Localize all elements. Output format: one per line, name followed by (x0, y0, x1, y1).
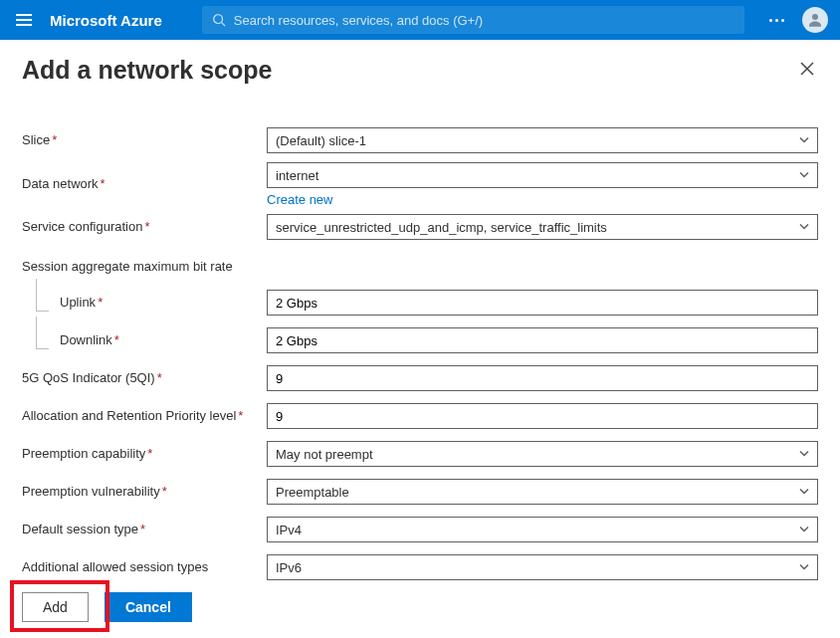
required-star: * (98, 295, 103, 310)
required-star: * (147, 446, 152, 461)
default-session-select[interactable]: IPv4 (267, 517, 818, 542)
chevron-down-icon (799, 447, 809, 462)
uplink-input[interactable] (267, 290, 818, 316)
uplink-label: Uplink (60, 295, 96, 310)
preempt-cap-select[interactable]: May not preempt (267, 441, 818, 467)
default-session-value: IPv4 (276, 523, 302, 537)
downlink-field[interactable] (276, 328, 809, 352)
brand-label: Microsoft Azure (50, 12, 162, 29)
search-box[interactable] (202, 6, 744, 34)
required-star: * (114, 332, 119, 347)
svg-line-1 (221, 23, 225, 27)
downlink-label: Downlink (60, 332, 112, 347)
additional-session-label: Additional allowed session types (22, 559, 208, 574)
qos-field[interactable] (276, 366, 809, 390)
required-star: * (157, 370, 162, 385)
avatar[interactable] (802, 7, 828, 33)
chevron-down-icon (799, 485, 809, 500)
close-button[interactable] (796, 58, 818, 84)
add-button[interactable]: Add (22, 592, 89, 622)
qos-label: 5G QoS Indicator (5QI) (22, 370, 155, 385)
session-agg-label: Session aggregate maximum bit rate (22, 259, 267, 276)
preempt-vuln-label: Preemption vulnerability (22, 484, 160, 499)
slice-value: (Default) slice-1 (276, 133, 366, 148)
additional-session-value: IPv6 (276, 560, 302, 575)
required-star: * (140, 522, 145, 536)
footer: Add Cancel (0, 578, 840, 638)
search-icon (212, 13, 226, 27)
person-icon (806, 11, 824, 29)
service-config-label: Service configuration (22, 219, 142, 234)
svg-point-2 (812, 14, 818, 20)
more-icon[interactable] (769, 19, 784, 22)
create-new-link[interactable]: Create new (267, 192, 332, 207)
additional-session-select[interactable]: IPv6 (267, 554, 818, 580)
data-network-select[interactable]: internet (267, 162, 818, 188)
uplink-field[interactable] (276, 291, 809, 315)
service-config-value: service_unrestricted_udp_and_icmp, servi… (276, 220, 607, 235)
chevron-down-icon (799, 133, 809, 148)
default-session-label: Default session type (22, 522, 138, 536)
chevron-down-icon (799, 220, 809, 235)
slice-label: Slice (22, 132, 50, 147)
required-star: * (238, 408, 243, 423)
chevron-down-icon (799, 560, 809, 575)
required-star: * (144, 219, 149, 234)
downlink-input[interactable] (267, 327, 818, 353)
cancel-button[interactable]: Cancel (105, 592, 192, 622)
arp-input[interactable] (267, 403, 818, 429)
close-icon (800, 62, 814, 76)
data-network-label: Data network (22, 176, 99, 191)
data-network-value: internet (276, 168, 318, 183)
arp-field[interactable] (276, 404, 809, 428)
service-config-select[interactable]: service_unrestricted_udp_and_icmp, servi… (267, 214, 818, 240)
preempt-cap-label: Preemption capability (22, 446, 145, 461)
qos-input[interactable] (267, 365, 818, 391)
preempt-cap-value: May not preempt (276, 447, 373, 462)
arp-label: Allocation and Retention Priority level (22, 408, 236, 423)
chevron-down-icon (799, 168, 809, 183)
svg-point-0 (214, 15, 223, 24)
required-star: * (162, 484, 167, 499)
page-title: Add a network scope (22, 56, 272, 85)
hamburger-icon[interactable] (12, 10, 36, 30)
preempt-vuln-value: Preemptable (276, 485, 349, 500)
topbar: Microsoft Azure (0, 0, 840, 40)
required-star: * (52, 132, 57, 147)
chevron-down-icon (799, 523, 809, 537)
slice-select[interactable]: (Default) slice-1 (267, 127, 818, 153)
search-input[interactable] (234, 13, 735, 28)
preempt-vuln-select[interactable]: Preemptable (267, 479, 818, 505)
required-star: * (101, 176, 105, 191)
